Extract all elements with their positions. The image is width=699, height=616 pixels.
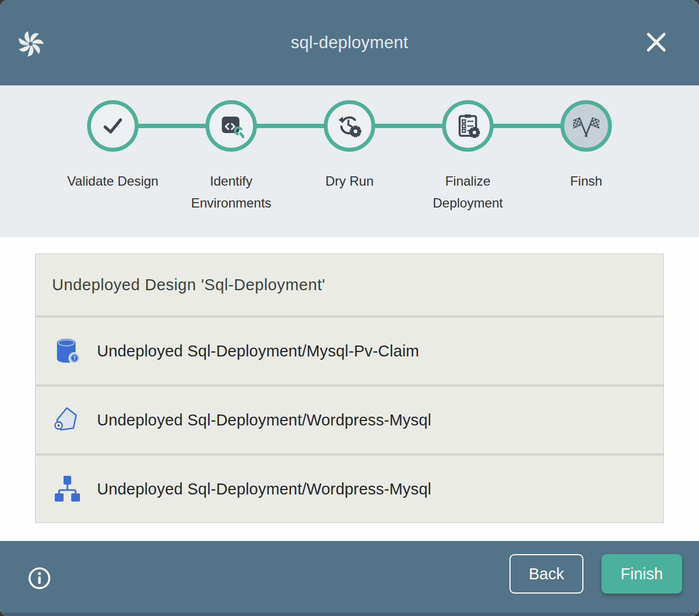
step-label: Finalize Deployment <box>421 170 514 214</box>
finish-button[interactable]: Finish <box>601 554 682 594</box>
code-wrench-icon <box>205 100 257 152</box>
step-label: Validate Design <box>66 170 159 192</box>
close-icon[interactable] <box>644 31 668 55</box>
info-icon[interactable] <box>27 566 51 590</box>
status-row-wordpress-mysql-service: Undeployed Sql-Deployment/Wordpress-Mysq… <box>36 387 663 453</box>
status-title: Undeployed Design 'Sql-Deployment' <box>52 276 325 294</box>
wizard-stepper-band: Validate Design <box>0 85 699 237</box>
dialog-footer: Back Finish <box>0 541 699 616</box>
finish-flags-icon <box>560 100 612 152</box>
status-text: Undeployed Sql-Deployment/Mysql-Pv-Claim <box>97 342 419 360</box>
deployment-status-panel: Undeployed Design 'Sql-Deployment' ? Und… <box>35 254 664 523</box>
sync-gear-icon <box>324 100 375 152</box>
status-row-mysql-pv-claim: ? Undeployed Sql-Deployment/Mysql-Pv-Cla… <box>36 318 663 384</box>
status-title-row: Undeployed Design 'Sql-Deployment' <box>36 254 663 315</box>
dialog-header: sql-deployment <box>0 0 699 85</box>
step-finish[interactable]: Finsh <box>527 100 645 214</box>
back-button[interactable]: Back <box>509 554 583 594</box>
status-text: Undeployed Sql-Deployment/Wordpress-Mysq… <box>97 480 431 498</box>
step-finalize-deployment[interactable]: Finalize Deployment <box>409 100 527 214</box>
wizard-stepper: Validate Design <box>54 100 645 214</box>
step-validate-design[interactable]: Validate Design <box>54 100 172 214</box>
status-text: Undeployed Sql-Deployment/Wordpress-Mysq… <box>97 411 431 429</box>
status-content: Undeployed Design 'Sql-Deployment' ? Und… <box>0 237 699 541</box>
step-dry-run[interactable]: Dry Run <box>290 100 409 214</box>
dialog-title: sql-deployment <box>291 33 408 53</box>
database-icon: ? <box>53 336 82 366</box>
status-row-wordpress-mysql-topology: Undeployed Sql-Deployment/Wordpress-Mysq… <box>36 456 663 522</box>
checklist-gear-icon <box>442 100 494 152</box>
step-identify-environments[interactable]: Identify Environments <box>172 100 290 214</box>
pinwheel-logo-icon <box>16 30 45 58</box>
database-badge: ? <box>73 355 76 361</box>
step-label: Finsh <box>540 170 633 192</box>
step-label: Dry Run <box>303 170 396 192</box>
check-icon <box>87 100 139 152</box>
step-label: Identify Environments <box>185 170 278 214</box>
topology-icon <box>53 474 82 504</box>
service-node-icon <box>53 405 82 435</box>
deployment-wizard-dialog: sql-deployment Validate Design <box>0 0 699 616</box>
